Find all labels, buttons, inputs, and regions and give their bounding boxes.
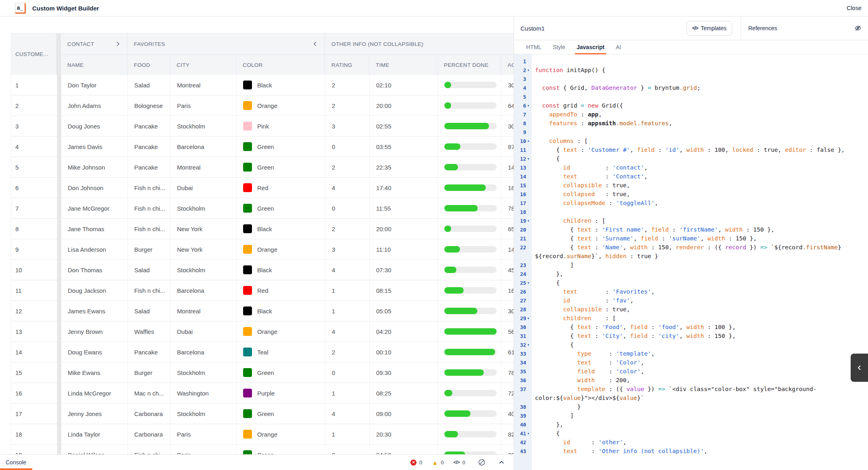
- code-line[interactable]: 8 features : appsmith.model.features,: [514, 119, 868, 128]
- cell-percent-done[interactable]: [438, 178, 502, 198]
- code-line[interactable]: 34 text : 'Color',: [514, 358, 868, 367]
- cell-rating[interactable]: 4: [325, 321, 370, 342]
- cell-percent-done[interactable]: [438, 424, 502, 444]
- cell-name[interactable]: Mike Johnson: [61, 157, 128, 177]
- expand-console-icon[interactable]: [498, 459, 505, 466]
- cell-city[interactable]: Dubai: [171, 178, 237, 198]
- cell-rating[interactable]: 1: [325, 383, 370, 403]
- chevron-right-icon[interactable]: [115, 41, 121, 47]
- cell-percent-done[interactable]: [438, 342, 502, 362]
- cell-color[interactable]: Green: [237, 404, 325, 424]
- cell-color[interactable]: Black: [237, 75, 325, 95]
- cell-row-number[interactable]: 16: [11, 383, 57, 403]
- close-button[interactable]: Close: [847, 5, 862, 11]
- code-line[interactable]: 26 text : 'Favorites',: [514, 287, 868, 296]
- cell-time[interactable]: 05:05: [370, 301, 438, 321]
- cell-row-number[interactable]: 9: [11, 239, 57, 259]
- code-line[interactable]: 5: [514, 92, 868, 101]
- cell-city[interactable]: Stockholm: [171, 198, 237, 218]
- cell-clipped[interactable]: 40: [502, 404, 514, 424]
- code-log-icon[interactable]: </>: [454, 460, 460, 465]
- cell-rating[interactable]: 3: [325, 239, 370, 259]
- cell-food[interactable]: Pancake: [128, 137, 171, 157]
- cell-name[interactable]: John Adams: [61, 95, 128, 116]
- cell-food[interactable]: Burger: [128, 362, 171, 383]
- warning-icon[interactable]: ▲: [432, 460, 438, 466]
- cell-name[interactable]: Lisa Anderson: [61, 239, 128, 259]
- tab-javascript[interactable]: Javascript: [571, 40, 610, 54]
- cell-food[interactable]: Burger: [128, 239, 171, 259]
- cell-percent-done[interactable]: [438, 404, 502, 424]
- cell-color[interactable]: Orange: [237, 424, 325, 444]
- cell-city[interactable]: Barcelona: [171, 342, 237, 362]
- column-header-rating[interactable]: RATING: [325, 55, 369, 75]
- code-line[interactable]: 28 collapsible : true,: [514, 305, 868, 314]
- cell-rating[interactable]: 4: [325, 260, 370, 280]
- cell-city[interactable]: Montreal: [171, 157, 237, 177]
- cell-rating[interactable]: 2: [325, 95, 370, 116]
- cell-name[interactable]: James Davis: [61, 137, 128, 157]
- console-tab[interactable]: Console: [6, 459, 26, 466]
- cell-clipped[interactable]: 78: [502, 362, 514, 383]
- cell-name[interactable]: Mike Ewans: [61, 362, 128, 383]
- cell-percent-done[interactable]: [438, 95, 502, 116]
- cell-percent-done[interactable]: [438, 239, 502, 259]
- cell-time[interactable]: 00:10: [370, 342, 438, 362]
- cell-row-number[interactable]: 2: [11, 95, 57, 116]
- cell-food[interactable]: Salad: [128, 301, 171, 321]
- code-line[interactable]: 20 { text : 'First name', field : 'first…: [514, 225, 868, 234]
- cell-rating[interactable]: 3: [325, 116, 370, 136]
- cell-row-number[interactable]: 5: [11, 157, 57, 177]
- cell-row-number[interactable]: 17: [11, 404, 57, 424]
- cell-name[interactable]: James Ewans: [61, 301, 128, 321]
- cell-food[interactable]: Fish n chi...: [128, 178, 171, 198]
- code-line[interactable]: 22 { text : 'Name', width : 150, rendere…: [514, 243, 868, 252]
- cell-food[interactable]: Bolognese: [128, 95, 171, 116]
- cell-row-number[interactable]: 4: [11, 137, 57, 157]
- cell-color[interactable]: Purple: [237, 383, 325, 403]
- cell-city[interactable]: Stockholm: [171, 404, 237, 424]
- cell-clipped[interactable]: 45: [502, 260, 514, 280]
- collapse-panel-button[interactable]: [851, 354, 868, 382]
- column-header-name[interactable]: NAME: [61, 55, 127, 75]
- cell-color[interactable]: Black: [237, 219, 325, 239]
- code-line[interactable]: 4 const { Grid, DataGenerator } = bryntu…: [514, 83, 868, 92]
- code-line[interactable]: 15 collapsible : true,: [514, 181, 868, 190]
- cell-food[interactable]: Salad: [128, 260, 171, 280]
- code-line[interactable]: 18: [514, 207, 868, 216]
- code-line[interactable]: 38 }: [514, 402, 868, 411]
- code-line[interactable]: 16 collapsed : true,: [514, 190, 868, 199]
- cell-time[interactable]: 20:30: [370, 424, 438, 444]
- cell-time[interactable]: 08:25: [370, 383, 438, 403]
- cell-rating[interactable]: 0: [325, 137, 370, 157]
- cell-food[interactable]: Pancake: [128, 116, 171, 136]
- eye-off-icon[interactable]: [854, 25, 862, 32]
- tab-ai[interactable]: AI: [610, 40, 627, 54]
- cell-clipped[interactable]: 18: [502, 178, 514, 198]
- cell-time[interactable]: 04:20: [370, 321, 438, 342]
- error-icon[interactable]: ✕: [410, 460, 416, 466]
- locked-column-splitter[interactable]: [57, 33, 61, 75]
- cell-row-number[interactable]: 11: [11, 280, 57, 300]
- cell-time[interactable]: 22:35: [370, 157, 438, 177]
- column-header-city[interactable]: CITY: [170, 55, 236, 75]
- cell-row-number[interactable]: 18: [11, 424, 57, 444]
- code-line[interactable]: 10▾ columns : [: [514, 137, 868, 145]
- group-header-contact[interactable]: CONTACT: [61, 33, 127, 55]
- fold-arrow-icon[interactable]: ▾: [526, 281, 531, 285]
- column-header-color[interactable]: COLOR: [236, 55, 325, 75]
- cell-rating[interactable]: 2: [325, 75, 370, 95]
- cell-clipped[interactable]: 14: [502, 239, 514, 259]
- fold-arrow-icon[interactable]: ▾: [526, 139, 531, 143]
- code-line[interactable]: 33 type : 'template',: [514, 349, 868, 358]
- cell-clipped[interactable]: 30: [502, 75, 514, 95]
- code-line[interactable]: 12▾ {: [514, 154, 868, 163]
- cell-color[interactable]: Green: [237, 157, 325, 177]
- cell-percent-done[interactable]: [438, 301, 502, 321]
- cell-time[interactable]: 20:00: [370, 219, 438, 239]
- cell-city[interactable]: Montreal: [171, 75, 237, 95]
- code-line[interactable]: 29▾ children : [: [514, 314, 868, 323]
- group-header-favorites[interactable]: FAVORITES: [127, 33, 325, 55]
- column-header-customer[interactable]: CUSTOME...: [11, 33, 57, 75]
- cell-city[interactable]: Stockholm: [171, 260, 237, 280]
